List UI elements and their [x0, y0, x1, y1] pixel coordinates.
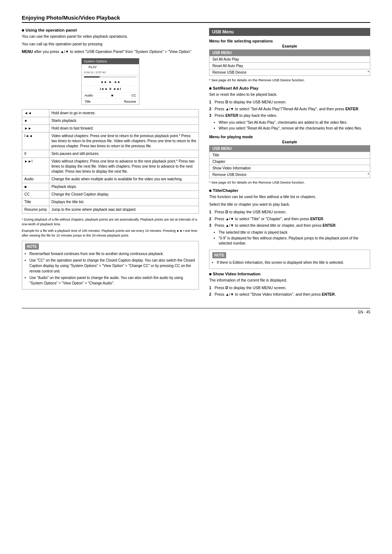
step-number: 1	[209, 285, 213, 291]
file-select-footnote: * See page 43 for details on the Remove …	[209, 78, 370, 82]
btn-cc: CC	[131, 94, 136, 97]
set-reset-bullets: When you select "Set All Auto Play", che…	[213, 120, 370, 131]
btn-title: Title	[85, 100, 91, 103]
set-reset-intro: Set or reset the video to be played back…	[209, 92, 370, 98]
left-column: Using the operation panel You can use th…	[22, 28, 199, 301]
button-symbol: Title	[22, 198, 49, 206]
button-desc: Change the Closed Caption display.	[49, 191, 199, 198]
footnote2: Example for a file with a playback time …	[22, 229, 199, 238]
menu-item-asterisk	[365, 165, 370, 172]
button-desc: Starts playback.	[49, 117, 199, 125]
button-symbol: CC	[22, 191, 49, 198]
note-title-1: NOTE	[25, 243, 39, 250]
show-video-steps: 1Press D to display the USB MENU screen.…	[209, 285, 370, 297]
button-desc: Video without chapters: Press one time t…	[49, 132, 199, 150]
menu-item-label: USB MENU	[209, 145, 370, 152]
title-chapter-bullets: The selected title or chapter is played …	[213, 230, 370, 246]
button-desc: Hold down to fast forward.	[49, 125, 199, 132]
table-row: AudioChange the audio when multiple audi…	[22, 176, 199, 183]
left-para2b: MENU after you press ▲/▼ to select "USB …	[22, 49, 199, 55]
show-video-section: Show Video Information The information o…	[209, 272, 370, 297]
table-row: Show Video Information	[209, 165, 370, 172]
menu-bold: MENU	[22, 49, 33, 54]
title-chapter-intro2: Select the title or chapter you want to …	[209, 202, 370, 208]
table-row: ■Playback stops.	[22, 183, 199, 191]
list-item: When you select "Set All Auto Play", che…	[219, 120, 370, 125]
list-item: "0-9" is displayed for files without cha…	[219, 236, 370, 246]
usb-menu-header: USB Menu	[209, 28, 370, 36]
step-text: Press D to display the USB MENU screen.	[215, 99, 286, 105]
step-number: 2	[209, 106, 213, 112]
table-row: Remove USB Device*	[209, 172, 370, 178]
menu-item-asterisk	[365, 56, 370, 63]
step-text: Press ▲/▼ to select "Show Video Informat…	[215, 292, 336, 297]
step-number: 3	[209, 223, 213, 228]
button-desc: Displays the title list.	[49, 198, 199, 206]
playing-mode-footnote: * See page 43 for details on the Remove …	[209, 180, 370, 185]
set-reset-steps: 1Press D to display the USB MENU screen.…	[209, 99, 370, 118]
list-item: 2Press ▲/▼ to select "Show Video Informa…	[209, 292, 370, 297]
list-item: 3Press ▲/▼ to select the desired title o…	[209, 223, 370, 228]
left-para2: You can call up this operation panel by …	[22, 41, 199, 47]
playing-mode-example-label: Example	[209, 140, 370, 144]
menu-item-label: Chapter	[209, 159, 365, 165]
right-column: USB Menu Menu for file selecting operati…	[209, 28, 370, 301]
button-symbol: ►►I	[22, 158, 49, 176]
list-item: 2Press ▲/▼ to select "Set All Auto Play"…	[209, 106, 370, 112]
left-para1: You can use the operation panel for vide…	[22, 34, 199, 40]
table-row: USB MENU	[209, 50, 370, 56]
btn-next: ►►I	[114, 87, 121, 91]
list-item: Use "Audio" on the operation panel to ch…	[29, 275, 196, 286]
step-text: Press ▲/▼ to select "Set All Auto Play"/…	[215, 106, 359, 112]
list-item: 1Press D to display the USB MENU screen.	[209, 209, 370, 215]
set-reset-title: Set/Reset All Auto Play	[209, 86, 370, 90]
table-row: Remove USB Device*	[209, 69, 370, 76]
left-section-header: Using the operation panel	[22, 28, 199, 32]
btn-resume: Resume	[124, 100, 136, 103]
button-symbol: I◄◄	[22, 132, 49, 150]
table-row: ◄◄Hold down to go in reverse.	[22, 110, 199, 117]
button-symbol: ■	[22, 183, 49, 191]
menu-item-label: Show Video Information	[209, 165, 365, 172]
panel-play-label: PLAY	[89, 65, 97, 69]
menu-item-asterisk	[365, 159, 370, 165]
panel-progress-fill	[84, 76, 100, 78]
play-icon	[84, 65, 87, 69]
table-row: ►►IVideo without chapters: Press one tim…	[22, 158, 199, 176]
button-desc: Sets pauses and still pictures.	[49, 150, 199, 158]
list-item: 3Press ENTER to play back the video.	[209, 113, 370, 118]
page-footer: EN · 45	[22, 308, 370, 314]
list-item: The selected title or chapter is played …	[219, 230, 370, 235]
table-row: ►Starts playback.	[22, 117, 199, 125]
panel-header: System Options	[82, 58, 139, 64]
btn-rewind: ◄◄	[100, 80, 107, 84]
table-row: Reset All Auto Play	[209, 63, 370, 69]
page-title: Enjoying Photo/Music/Video Playback	[22, 15, 370, 23]
table-row: TitleDisplays the title list.	[22, 198, 199, 206]
table-row: CCChange the Closed Caption display.	[22, 191, 199, 198]
step-number: 2	[209, 216, 213, 222]
file-select-title: Menu for file selecting operations	[209, 39, 370, 43]
note1-list: Reverse/fast forward continues from one …	[25, 251, 196, 286]
table-row: IISets pauses and still pictures.	[22, 150, 199, 158]
step-text: Press ▲/▼ to select "Title" or "Chapter"…	[215, 216, 324, 222]
button-desc: Change the audio when multiple audio is …	[49, 176, 199, 183]
btn-play: ►	[109, 80, 112, 84]
file-select-section: Menu for file selecting operations Examp…	[209, 39, 370, 82]
panel-controls-row3: Audio ■ CC	[82, 93, 139, 99]
title-chapter-header: Title/Chapter	[209, 188, 370, 193]
table-row: Resume jumpJump to the scene where playb…	[22, 206, 199, 214]
panel-controls-row2: I◄◄ II ►►I	[82, 86, 139, 93]
panel-controls-row4: Title Resume	[82, 99, 139, 104]
btn-audio: Audio	[85, 94, 93, 97]
menu-item-label: USB MENU	[209, 50, 370, 56]
title-chapter-section: Title/Chapter This function can be used …	[209, 188, 370, 246]
panel-header-text: System Options	[84, 59, 107, 63]
note-title-2: NOTE	[212, 252, 226, 258]
file-select-table: USB MENUSet All Auto PlayReset All Auto …	[209, 49, 370, 76]
btn-ffwd: ►►	[114, 80, 121, 84]
button-table: ◄◄Hold down to go in reverse.►Starts pla…	[22, 109, 199, 214]
step-text: Press D to display the USB MENU screen.	[215, 285, 286, 291]
button-symbol: ◄◄	[22, 110, 49, 117]
file-select-example-label: Example	[209, 44, 370, 48]
